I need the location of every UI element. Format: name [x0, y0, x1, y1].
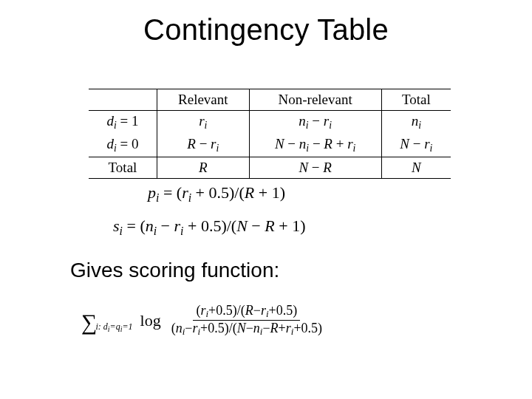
cell-n-r: ni − ri [249, 111, 381, 134]
equation-s: si = (ni − ri + 0.5)/(N − R + 1) [113, 216, 305, 238]
cell-total-N: N [381, 157, 451, 179]
table-row: di = 0 R − ri N − ni − R + ri N − ri [89, 134, 451, 157]
cell-total-R: R [157, 157, 249, 179]
header-relevant: Relevant [157, 89, 249, 111]
denominator: (ni−ri+0.5)/(N−ni−R+ri+0.5) [168, 321, 325, 338]
cell-n: ni [381, 111, 451, 134]
cell-d0: di = 0 [89, 134, 157, 157]
slide: Contingency Table Relevant Non-relevant … [0, 0, 532, 399]
subtitle: Gives scoring function: [70, 259, 279, 282]
fraction: (ri+0.5)/(R−ri+0.5) (ni−ri+0.5)/(N−ni−R+… [168, 303, 325, 338]
numerator: (ri+0.5)/(R−ri+0.5) [193, 303, 300, 321]
header-total: Total [381, 89, 451, 111]
cell-r: ri [157, 111, 249, 134]
equation-p: pi = (ri + 0.5)/(R + 1) [148, 183, 285, 205]
cell-total-NR: N − R [249, 157, 381, 179]
cell-total-label: Total [89, 157, 157, 179]
log-label: log [140, 311, 161, 330]
cell-Rr: R − ri [157, 134, 249, 157]
cell-Nr: N − ri [381, 134, 451, 157]
page-title: Contingency Table [0, 13, 532, 47]
table-row: di = 1 ri ni − ri ni [89, 111, 451, 134]
scoring-equation: ∑ i: di=qi=1 log (ri+0.5)/(R−ri+0.5) (ni… [81, 303, 325, 338]
sigma-icon: ∑ [81, 310, 97, 335]
header-blank [89, 89, 157, 111]
table-total-row: Total R N − R N [89, 157, 451, 179]
contingency-table: Relevant Non-relevant Total di = 1 ri ni… [89, 89, 451, 179]
cell-d1: di = 1 [89, 111, 157, 134]
sum-index: i: di=qi=1 [95, 321, 132, 333]
cell-NnRr: N − ni − R + ri [249, 134, 381, 157]
table-header-row: Relevant Non-relevant Total [89, 89, 451, 111]
header-nonrelevant: Non-relevant [249, 89, 381, 111]
